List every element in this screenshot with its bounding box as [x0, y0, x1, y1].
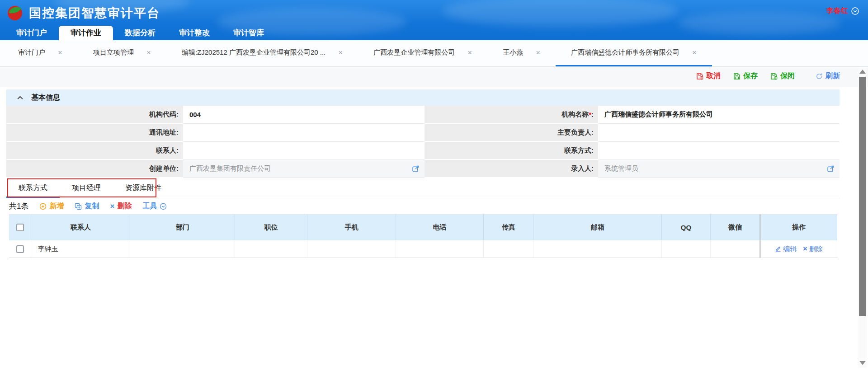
contact-field[interactable] — [183, 142, 425, 160]
vertical-scrollbar[interactable] — [858, 67, 867, 368]
entry-person-field: 系统管理员 — [598, 160, 840, 178]
app-header: 国控集团智慧审计平台 李春红 审计门户 审计作业 数据分析 审计整改 审计智库 — [0, 0, 868, 40]
subtab-contact-methods[interactable]: 联系方式 — [6, 180, 60, 198]
scroll-up-arrow[interactable] — [859, 70, 866, 74]
cancel-floppy-icon — [696, 73, 703, 80]
copy-button[interactable]: 复制 — [75, 201, 99, 211]
nav-item-data-analysis[interactable]: 数据分析 — [113, 26, 167, 40]
external-link-icon[interactable] — [827, 165, 834, 172]
close-icon[interactable]: × — [338, 49, 343, 56]
col-contact: 联系人 — [31, 215, 130, 240]
col-fax: 传真 — [484, 215, 533, 240]
cell-wechat — [711, 240, 760, 258]
col-wechat: 微信 — [711, 215, 760, 240]
save-floppy-icon — [733, 73, 741, 80]
main-nav: 审计门户 审计作业 数据分析 审计整改 审计智库 — [5, 26, 276, 40]
table-toolbar: 共1条 新增 复制 × 删除 工具 — [9, 198, 868, 214]
close-icon[interactable]: × — [146, 49, 151, 56]
collapse-caret-icon[interactable] — [17, 96, 23, 100]
chevron-down-circle-icon[interactable] — [851, 7, 859, 15]
subtab-resource-attachments[interactable]: 资源库附件 — [113, 180, 174, 198]
contact-way-field[interactable] — [598, 142, 840, 160]
close-icon[interactable]: × — [58, 49, 62, 56]
basic-info-form: 机构代码: 004 机构名称*: 广西瑞信盛德会计师事务所有限公司 通讯地址: … — [6, 106, 840, 178]
contact-way-label: 联系方式: — [425, 142, 598, 160]
plus-circle-icon — [39, 203, 47, 210]
cancel-label: 取消 — [706, 71, 721, 81]
address-field[interactable] — [183, 124, 425, 142]
org-name-field[interactable]: 广西瑞信盛德会计师事务所有限公司 — [598, 106, 840, 124]
table-row: 李钟玉 编辑 — [9, 240, 837, 258]
doc-tab-label: 广西瑞信盛德会计师事务所有限公司 — [571, 48, 679, 57]
main-content: 取消 保存 保闭 刷新 — [0, 67, 868, 379]
save-button[interactable]: 保存 — [733, 71, 758, 81]
cell-mobile — [307, 240, 396, 258]
close-icon[interactable]: × — [692, 49, 697, 56]
cell-operations: 编辑 × 删除 — [760, 240, 837, 258]
user-name: 李春红 — [826, 6, 848, 16]
doc-tab-wang-xiaoyan[interactable]: 王小燕 × — [487, 40, 556, 66]
principal-label: 主要负责人: — [425, 124, 598, 142]
save-label: 保存 — [743, 71, 758, 81]
nav-item-audit-rectify[interactable]: 审计整改 — [167, 26, 222, 40]
doc-tab-gx-nongken-company[interactable]: 广西农垦企业管理有限公司 × — [358, 40, 487, 66]
col-qq: QQ — [662, 215, 711, 240]
contacts-table: 联系人 部门 职位 手机 电话 传真 邮箱 QQ 微信 操作 李钟玉 — [9, 214, 837, 258]
user-menu[interactable]: 李春红 — [826, 6, 859, 16]
form-actions: 取消 保存 保闭 刷新 — [696, 71, 840, 81]
record-count: 共1条 — [9, 201, 28, 211]
cell-fax — [484, 240, 533, 258]
address-label: 通讯地址: — [6, 124, 183, 142]
org-code-label: 机构代码: — [6, 106, 183, 124]
close-icon[interactable]: × — [467, 49, 472, 56]
save-close-floppy-icon — [770, 73, 778, 80]
col-position: 职位 — [235, 215, 307, 240]
delete-label: 删除 — [809, 245, 823, 253]
nav-item-audit-work[interactable]: 审计作业 — [59, 26, 113, 40]
close-icon[interactable]: × — [536, 49, 540, 56]
basic-info-section-header[interactable]: 基本信息 — [6, 89, 840, 106]
create-unit-field: 广西农垦集团有限责任公司 — [183, 160, 425, 178]
delete-button[interactable]: × 删除 — [110, 201, 132, 211]
cell-qq — [662, 240, 711, 258]
nav-item-audit-portal[interactable]: 审计门户 — [5, 26, 59, 40]
subtab-project-manager[interactable]: 项目经理 — [60, 180, 113, 198]
external-link-icon[interactable] — [412, 165, 419, 172]
scroll-down-arrow[interactable] — [859, 361, 866, 365]
select-all-header — [9, 215, 31, 240]
delete-row-button[interactable]: × 删除 — [803, 245, 822, 253]
select-all-checkbox[interactable] — [16, 224, 24, 231]
principal-field[interactable] — [598, 124, 840, 142]
add-button[interactable]: 新增 — [39, 201, 64, 211]
cell-contact: 李钟玉 — [31, 240, 130, 258]
scrollbar-thumb[interactable] — [859, 77, 866, 316]
col-phone: 电话 — [396, 215, 484, 240]
refresh-button[interactable]: 刷新 — [816, 71, 840, 81]
contact-label: 联系人: — [6, 142, 183, 160]
org-name-value: 广西瑞信盛德会计师事务所有限公司 — [604, 110, 713, 119]
entry-person-label: 录入人: — [425, 160, 598, 178]
delete-x-icon: × — [110, 202, 114, 211]
cell-position — [235, 240, 307, 258]
cell-phone — [396, 240, 484, 258]
create-unit-value: 广西农垦集团有限责任公司 — [189, 164, 271, 173]
nav-item-audit-knowledge[interactable]: 审计智库 — [222, 26, 276, 40]
doc-tab-audit-portal[interactable]: 审计门户 × — [3, 40, 78, 66]
edit-row-button[interactable]: 编辑 — [775, 245, 797, 253]
cell-department — [130, 240, 235, 258]
row-checkbox[interactable] — [16, 245, 24, 253]
save-close-label: 保闭 — [780, 71, 795, 81]
refresh-icon — [816, 73, 823, 80]
doc-tab-label: 王小燕 — [503, 48, 523, 57]
cancel-button[interactable]: 取消 — [696, 71, 721, 81]
add-label: 新增 — [49, 201, 64, 211]
doc-tab-edit-zj202512[interactable]: 编辑:ZJ202512 广西农垦企业管理有限公司20 ... × — [166, 40, 358, 66]
row-select-cell — [9, 240, 31, 258]
delete-label: 删除 — [117, 201, 132, 211]
org-code-field[interactable]: 004 — [183, 106, 425, 124]
save-close-button[interactable]: 保闭 — [770, 71, 795, 81]
doc-tab-project-approval[interactable]: 项目立项管理 × — [78, 40, 166, 66]
document-tabbar: 审计门户 × 项目立项管理 × 编辑:ZJ202512 广西农垦企业管理有限公司… — [0, 40, 868, 67]
doc-tab-ruixin-shengde-firm[interactable]: 广西瑞信盛德会计师事务所有限公司 × — [556, 40, 712, 66]
tools-button[interactable]: 工具 — [142, 201, 167, 211]
